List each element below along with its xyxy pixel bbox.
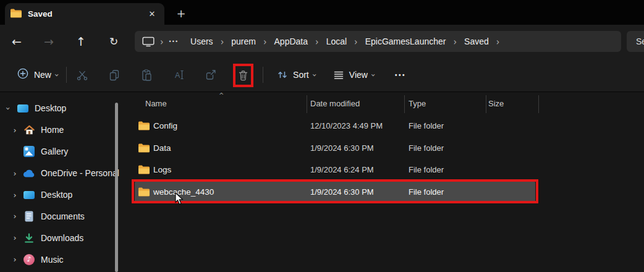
navigation-bar: ← → ↑ ↻ › ••• Users › purem › AppData › … xyxy=(0,25,644,58)
column-header-row: ^ Name Date modified Type Size xyxy=(135,94,538,113)
rename-icon: A xyxy=(172,69,185,81)
breadcrumb-segment-saved[interactable]: Saved xyxy=(457,35,496,48)
scissors-icon xyxy=(76,69,88,81)
delete-button-highlight-box xyxy=(233,64,253,87)
chevron-right-icon[interactable]: › xyxy=(10,211,20,221)
chevron-down-icon[interactable]: › xyxy=(4,104,14,113)
sidebar-item-documents[interactable]: › Documents xyxy=(0,205,114,227)
share-button[interactable] xyxy=(200,64,222,86)
more-icon: ••• xyxy=(395,72,406,79)
sort-icon xyxy=(277,69,288,80)
column-resize-handle[interactable] xyxy=(404,95,405,113)
file-list: ^ Name Date modified Type Size Config 12… xyxy=(135,92,538,272)
copy-icon xyxy=(108,69,121,81)
breadcrumb-separator-icon: › xyxy=(220,36,225,47)
chevron-right-icon[interactable]: › xyxy=(10,255,20,264)
column-resize-handle[interactable] xyxy=(538,95,539,113)
breadcrumb-segment-users[interactable]: Users xyxy=(184,35,220,48)
breadcrumb-separator-icon: › xyxy=(452,36,457,47)
toolbar-divider xyxy=(66,67,67,83)
view-button[interactable]: View › xyxy=(326,64,382,86)
music-icon: ♪ xyxy=(23,253,35,266)
sidebar-item-gallery[interactable]: Gallery xyxy=(0,141,114,163)
breadcrumb-segment-local[interactable]: Local xyxy=(320,35,354,48)
forward-icon[interactable]: → xyxy=(38,30,60,53)
folder-icon xyxy=(138,143,150,155)
file-explorer-window: Saved ✕ + ← → ↑ ↻ › ••• Users › purem › … xyxy=(0,0,644,272)
cut-button[interactable] xyxy=(71,64,93,86)
new-tab-button[interactable]: + xyxy=(173,5,189,21)
back-icon[interactable]: ← xyxy=(6,30,28,53)
folder-icon xyxy=(10,8,22,20)
file-row-logs[interactable]: Logs 1/9/2024 6:24 PM File folder xyxy=(135,159,535,181)
sidebar-item-downloads[interactable]: › Downloads xyxy=(0,227,114,249)
up-icon[interactable]: ↑ xyxy=(70,30,92,53)
sidebar-item-onedrive[interactable]: › OneDrive - Personal xyxy=(0,163,114,184)
sidebar-item-desktop[interactable]: › Desktop xyxy=(0,184,114,206)
search-text: Se xyxy=(636,36,644,46)
home-icon xyxy=(23,124,35,136)
sort-button-label: Sort xyxy=(293,70,309,80)
column-header-size[interactable]: Size xyxy=(488,94,535,113)
plus-circle-icon xyxy=(17,67,29,82)
toolbar-divider xyxy=(263,67,263,83)
file-row-webcache_4430[interactable]: webcache_4430 1/9/2024 6:30 PM File fold… xyxy=(135,181,535,203)
this-pc-icon[interactable] xyxy=(142,36,155,47)
breadcrumb-segment-appdata[interactable]: AppData xyxy=(268,35,315,48)
command-toolbar: New › A Sort › xyxy=(0,58,644,92)
new-button[interactable]: New › xyxy=(10,64,66,86)
sidebar-scrollbar[interactable] xyxy=(115,103,118,272)
chevron-down-icon: › xyxy=(370,73,378,76)
sidebar-item-home[interactable]: › Home xyxy=(0,119,114,141)
trash-icon xyxy=(237,69,249,82)
refresh-icon[interactable]: ↻ xyxy=(103,30,125,53)
delete-button[interactable] xyxy=(237,69,249,82)
paste-icon xyxy=(140,69,153,81)
desktop-icon xyxy=(17,102,29,114)
rename-button[interactable]: A xyxy=(167,64,190,86)
tab-close-icon[interactable]: ✕ xyxy=(145,7,159,22)
search-input[interactable]: Se xyxy=(627,31,644,52)
address-bar[interactable]: › ••• Users › purem › AppData › Local › … xyxy=(135,31,621,52)
gallery-icon xyxy=(23,145,35,158)
breadcrumb-separator-icon: › xyxy=(159,36,164,47)
breadcrumb-separator-icon: › xyxy=(315,36,320,47)
column-header-date-modified[interactable]: Date modified xyxy=(310,94,400,113)
documents-icon xyxy=(23,210,35,223)
see-more-button[interactable]: ••• xyxy=(388,64,413,86)
tab-bar: Saved ✕ + xyxy=(0,0,644,25)
breadcrumb-segment-epicgameslauncher[interactable]: EpicGamesLauncher xyxy=(358,35,453,48)
view-list-icon xyxy=(333,69,344,80)
breadcrumb-segment-purem[interactable]: purem xyxy=(224,35,263,48)
breadcrumb-overflow-button[interactable]: ••• xyxy=(164,38,184,45)
column-header-name[interactable]: Name xyxy=(145,94,303,113)
tab-saved[interactable]: Saved ✕ xyxy=(5,3,164,25)
share-icon xyxy=(205,69,217,81)
column-header-type[interactable]: Type xyxy=(409,94,481,113)
chevron-right-icon[interactable]: › xyxy=(10,169,20,178)
chevron-down-icon: › xyxy=(53,73,61,76)
copy-button[interactable] xyxy=(103,64,125,86)
breadcrumb-separator-icon: › xyxy=(263,36,268,47)
navigation-pane: › Desktop › Home Gallery xyxy=(0,92,124,272)
sidebar-item-desktop-tree[interactable]: › Desktop xyxy=(0,98,114,119)
column-resize-handle[interactable] xyxy=(486,95,486,113)
folder-icon xyxy=(138,121,150,133)
chevron-right-icon[interactable]: › xyxy=(10,233,20,242)
chevron-right-icon[interactable]: › xyxy=(10,125,20,135)
sidebar-item-music[interactable]: › ♪ Music xyxy=(0,249,114,270)
new-button-label: New xyxy=(34,70,51,80)
desktop-icon xyxy=(23,189,35,201)
chevron-right-icon[interactable]: › xyxy=(10,190,20,200)
breadcrumb-separator-icon: › xyxy=(354,36,358,47)
main-content: › Desktop › Home Gallery xyxy=(0,92,644,272)
onedrive-cloud-icon xyxy=(23,167,35,179)
file-row-data[interactable]: Data 1/9/2024 6:30 PM File folder xyxy=(135,137,535,159)
column-resize-handle[interactable] xyxy=(307,95,307,113)
svg-text:A: A xyxy=(175,71,180,80)
sort-button[interactable]: Sort › xyxy=(271,64,323,86)
paste-button[interactable] xyxy=(135,64,158,86)
file-row-config[interactable]: Config 12/10/2023 4:49 PM File folder xyxy=(135,115,535,137)
folder-icon xyxy=(138,187,150,199)
folder-icon xyxy=(138,164,150,177)
